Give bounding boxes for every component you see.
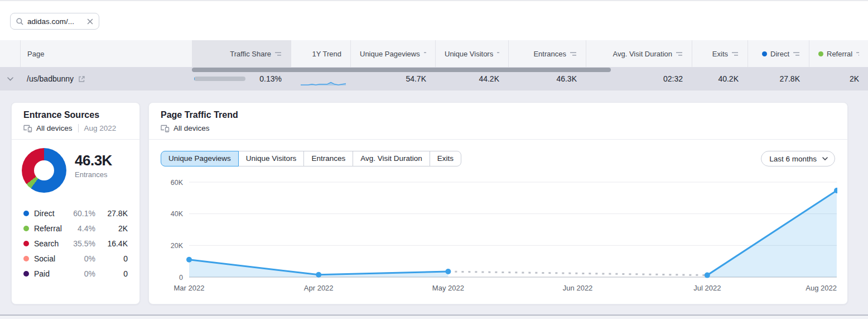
devices-icon (161, 125, 170, 132)
divider (78, 124, 79, 132)
exits-cell: 40.2K (692, 67, 748, 91)
entrance-sources-legend: Direct 60.1% 27.8K Referral 4.4% 2K Sear… (23, 206, 128, 281)
svg-text:20K: 20K (171, 242, 184, 250)
direct-cell: 27.8K (748, 67, 809, 91)
legend-item-paid[interactable]: Paid 0% 0 (23, 266, 128, 281)
sort-icon (570, 51, 577, 56)
page-url: /us/badbunny (27, 74, 74, 83)
legend-swatch (23, 271, 29, 277)
entrance-sources-donut-chart (22, 148, 66, 193)
table-header-row: Page Traffic Share 1Y Trend Unique Pagev… (0, 40, 868, 67)
legend-swatch (23, 256, 29, 261)
direct-color-dot (762, 51, 767, 56)
period-label: Aug 2022 (84, 124, 117, 132)
svg-text:Jun 2022: Jun 2022 (563, 284, 593, 292)
entrance-sources-card: Entrance Sources All devices Aug 2022 46… (11, 102, 140, 304)
referral-cell: 2K (809, 67, 868, 91)
page-traffic-trend-card: Page Traffic Trend All devices Unique Pa… (148, 102, 848, 304)
tab-unique-pageviews[interactable]: Unique Pageviews (161, 151, 239, 166)
device-filter-label[interactable]: All devices (36, 124, 73, 132)
devices-icon (23, 125, 32, 132)
column-header-entrances[interactable]: Entrances (508, 40, 586, 67)
entrances-total: 46.3K (75, 152, 112, 169)
header-expand-spacer (0, 40, 20, 67)
svg-text:40K: 40K (171, 210, 184, 218)
search-input[interactable]: adidas.com/... (10, 13, 99, 30)
sort-icon (793, 51, 800, 56)
device-filter-label[interactable]: All devices (173, 124, 210, 132)
sort-icon (423, 51, 426, 56)
column-header-page[interactable]: Page (20, 40, 192, 67)
sort-icon (856, 51, 859, 56)
entrances-total-label: Entrances (75, 170, 112, 179)
referral-color-dot (818, 51, 823, 56)
bottom-strip (0, 316, 868, 319)
entrance-sources-header: Entrance Sources All devices Aug 2022 (12, 103, 139, 140)
date-range-select[interactable]: Last 6 months (761, 151, 835, 166)
svg-text:Mar 2022: Mar 2022 (174, 284, 205, 292)
column-header-unique-visitors[interactable]: Unique Visitors (435, 40, 508, 67)
svg-text:Apr 2022: Apr 2022 (304, 284, 334, 292)
chevron-down-icon (822, 157, 828, 160)
column-header-traffic-share[interactable]: Traffic Share (192, 40, 291, 67)
page-traffic-analytics-screen: adidas.com/... Page Traffic Share 1Y Tre… (0, 0, 868, 319)
search-icon (16, 18, 23, 25)
sort-icon (676, 51, 683, 56)
tab-unique-visitors[interactable]: Unique Visitors (238, 151, 305, 166)
horizontal-scrollbar-thumb[interactable] (192, 68, 611, 72)
legend-swatch (23, 241, 29, 246)
sort-icon (496, 51, 499, 56)
column-header-unique-pageviews[interactable]: Unique Pageviews (350, 40, 435, 67)
column-header-1y-trend[interactable]: 1Y Trend (291, 40, 350, 67)
entrance-sources-title: Entrance Sources (23, 110, 128, 120)
metric-tabs: Unique Pageviews Unique Visitors Entranc… (161, 151, 461, 166)
legend-item-direct[interactable]: Direct 60.1% 27.8K (23, 206, 128, 221)
page-traffic-trend-title: Page Traffic Trend (161, 110, 836, 120)
legend-swatch (23, 226, 29, 231)
tab-avg-visit-duration[interactable]: Avg. Visit Duration (353, 151, 430, 166)
svg-text:May 2022: May 2022 (432, 284, 464, 292)
column-header-referral[interactable]: Referral (809, 40, 868, 67)
sort-icon (731, 51, 739, 56)
legend-swatch (23, 211, 29, 216)
svg-text:0: 0 (179, 274, 183, 282)
clear-search-icon[interactable] (87, 18, 93, 25)
search-value: adidas.com/... (27, 17, 74, 26)
1y-trend-sparkline (300, 71, 346, 87)
content-area: Entrance Sources All devices Aug 2022 46… (0, 91, 868, 319)
column-header-exits[interactable]: Exits (692, 40, 748, 67)
traffic-share-value: 0.13% (259, 74, 282, 83)
external-link-icon[interactable] (78, 75, 85, 83)
tab-exits[interactable]: Exits (430, 151, 461, 166)
sort-icon (274, 51, 282, 56)
column-header-avg-visit-duration[interactable]: Avg. Visit Duration (586, 40, 692, 67)
chevron-down-icon (7, 77, 13, 81)
page-traffic-trend-header: Page Traffic Trend All devices (149, 103, 847, 140)
legend-item-search[interactable]: Search 35.5% 16.4K (23, 236, 128, 251)
legend-item-social[interactable]: Social 0% 0 (23, 251, 128, 266)
legend-item-referral[interactable]: Referral 4.4% 2K (23, 221, 128, 236)
traffic-trend-line-chart: 020K40K60KMar 2022Apr 2022May 2022Jun 20… (161, 177, 837, 294)
column-header-direct[interactable]: Direct (748, 40, 809, 67)
traffic-share-bar (194, 77, 245, 81)
page-url-cell: /us/badbunny (20, 67, 192, 91)
top-bar: adidas.com/... (0, 1, 868, 40)
tab-entrances[interactable]: Entrances (303, 151, 353, 166)
svg-text:60K: 60K (171, 179, 184, 187)
svg-text:Jul 2022: Jul 2022 (693, 284, 721, 292)
expand-row-button[interactable] (0, 67, 20, 91)
svg-text:Aug 2022: Aug 2022 (806, 284, 837, 292)
